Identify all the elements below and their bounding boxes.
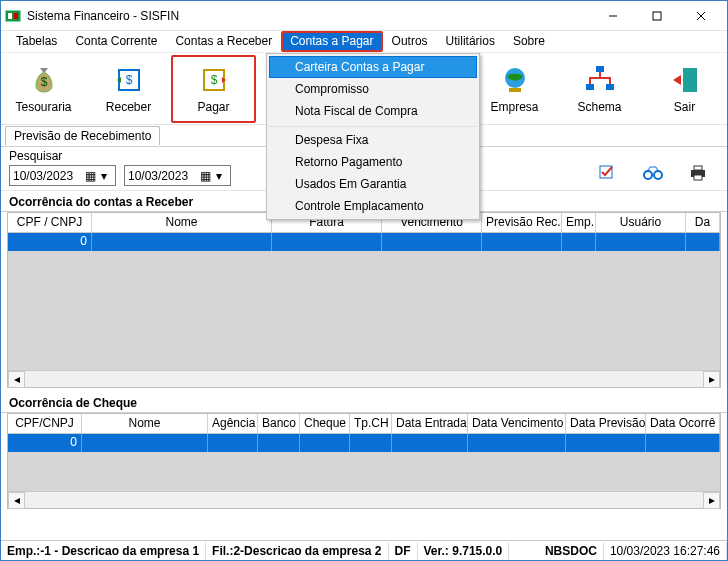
schema-icon xyxy=(584,64,616,96)
dd-carteira-contas-pagar[interactable]: Carteira Contas a Pagar xyxy=(269,56,477,78)
dd-retorno-pagamento[interactable]: Retorno Pagamento xyxy=(269,151,477,173)
menu-contas-pagar[interactable]: Contas a Pagar xyxy=(281,31,382,52)
scroll-right-icon[interactable]: ▸ xyxy=(703,492,720,509)
dd-compromisso[interactable]: Compromisso xyxy=(269,78,477,100)
toolbar-tesouraria[interactable]: $ Tesouraria xyxy=(1,55,86,123)
table-row[interactable]: 0 xyxy=(8,233,720,251)
table-row[interactable]: 0 xyxy=(8,434,720,452)
col-data-ocorre[interactable]: Data Ocorrê xyxy=(646,414,720,433)
menu-contas-receber[interactable]: Contas a Receber xyxy=(166,31,281,52)
menu-conta-corrente[interactable]: Conta Corrente xyxy=(66,31,166,52)
menu-tabelas[interactable]: Tabelas xyxy=(7,31,66,52)
date-to-input[interactable]: 10/03/2023 ▦ ▾ xyxy=(124,165,231,186)
svg-rect-2 xyxy=(14,13,18,19)
svg-point-19 xyxy=(644,171,652,179)
dd-usados-garantia[interactable]: Usados Em Garantia xyxy=(269,173,477,195)
menu-sobre[interactable]: Sobre xyxy=(504,31,554,52)
toolbar-pagar[interactable]: $ Pagar xyxy=(171,55,256,123)
dd-nota-fiscal[interactable]: Nota Fiscal de Compra xyxy=(269,100,477,122)
status-ver: Ver.: 9.715.0.0 xyxy=(418,542,510,560)
svg-rect-4 xyxy=(653,12,661,20)
check-icon[interactable] xyxy=(599,165,617,184)
minimize-button[interactable] xyxy=(591,2,635,30)
col-data-venc[interactable]: Data Vencimento xyxy=(468,414,566,433)
col-agencia[interactable]: Agência xyxy=(208,414,258,433)
scroll-left-icon[interactable]: ◂ xyxy=(8,492,25,509)
toolbar-label: Empresa xyxy=(490,100,538,114)
date-from-value: 10/03/2023 xyxy=(13,169,85,183)
col-data-prev[interactable]: Data Previsão xyxy=(566,414,646,433)
col-cpf[interactable]: CPF/CNPJ xyxy=(8,414,82,433)
col-cpf[interactable]: CPF / CNPJ xyxy=(8,213,92,232)
grid-body[interactable]: 0 xyxy=(8,434,720,491)
status-fil: Fil.:2-Descricao da empresa 2 xyxy=(206,542,388,560)
svg-rect-14 xyxy=(596,66,604,72)
app-window: Sistema Financeiro - SISFIN Tabelas Cont… xyxy=(0,0,728,561)
col-nome[interactable]: Nome xyxy=(82,414,208,433)
grid-receber: CPF / CNPJ Nome Fatura Vencimento Previs… xyxy=(7,212,721,388)
hscrollbar[interactable]: ◂ ▸ xyxy=(8,491,720,508)
date-from-input[interactable]: 10/03/2023 ▦ ▾ xyxy=(9,165,116,186)
svg-rect-22 xyxy=(694,166,702,170)
toolbar-label: Tesouraria xyxy=(15,100,71,114)
window-title: Sistema Financeiro - SISFIN xyxy=(27,9,591,23)
globe-icon xyxy=(499,64,531,96)
menu-outros[interactable]: Outros xyxy=(383,31,437,52)
dd-despesa-fixa[interactable]: Despesa Fixa xyxy=(269,126,477,151)
tab-previsao-recebimento[interactable]: Previsão de Recebimento xyxy=(5,126,160,145)
toolbar-schema[interactable]: Schema xyxy=(557,55,642,123)
col-data-entrada[interactable]: Data Entrada xyxy=(392,414,468,433)
svg-rect-1 xyxy=(8,13,12,19)
status-datetime: 10/03/2023 16:27:46 xyxy=(604,542,727,560)
maximize-button[interactable] xyxy=(635,2,679,30)
binoculars-icon[interactable] xyxy=(643,165,663,184)
svg-point-20 xyxy=(654,171,662,179)
printer-icon[interactable] xyxy=(689,165,707,184)
col-banco[interactable]: Banco xyxy=(258,414,300,433)
hscrollbar[interactable]: ◂ ▸ xyxy=(8,370,720,387)
svg-text:$: $ xyxy=(210,73,217,87)
toolbar-label: Pagar xyxy=(197,100,229,114)
col-emp[interactable]: Emp. xyxy=(562,213,596,232)
grid-header: CPF/CNPJ Nome Agência Banco Cheque Tp.CH… xyxy=(8,414,720,434)
toolbar-receber[interactable]: $ Receber xyxy=(86,55,171,123)
menubar: Tabelas Conta Corrente Contas a Receber … xyxy=(1,31,727,53)
grid-body[interactable]: 0 xyxy=(8,233,720,370)
calendar-icon: ▦ xyxy=(200,169,211,183)
calendar-icon: ▦ xyxy=(85,169,96,183)
svg-rect-15 xyxy=(586,84,594,90)
scroll-right-icon[interactable]: ▸ xyxy=(703,371,720,388)
dropdown-contas-pagar: Carteira Contas a Pagar Compromisso Nota… xyxy=(266,53,480,220)
svg-text:$: $ xyxy=(125,73,132,87)
toolbar-empresa[interactable]: Empresa xyxy=(472,55,557,123)
date-to-value: 10/03/2023 xyxy=(128,169,200,183)
svg-rect-16 xyxy=(606,84,614,90)
col-da[interactable]: Da xyxy=(686,213,720,232)
status-user: NBSDOC xyxy=(539,542,604,560)
cell-cpf: 0 xyxy=(8,434,82,452)
toolbar-sair[interactable]: Sair xyxy=(642,55,727,123)
toolbar-label: Receber xyxy=(106,100,151,114)
money-bag-icon: $ xyxy=(28,64,60,96)
statusbar: Emp.:-1 - Descricao da empresa 1 Fil.:2-… xyxy=(1,540,727,560)
col-nome[interactable]: Nome xyxy=(92,213,272,232)
chevron-down-icon: ▾ xyxy=(96,169,112,183)
col-tpch[interactable]: Tp.CH xyxy=(350,414,392,433)
toolbar-label: Sair xyxy=(674,100,695,114)
svg-rect-13 xyxy=(509,88,521,92)
status-emp: Emp.:-1 - Descricao da empresa 1 xyxy=(1,542,206,560)
col-usuario[interactable]: Usuário xyxy=(596,213,686,232)
exit-icon xyxy=(669,64,701,96)
close-button[interactable] xyxy=(679,2,723,30)
scroll-left-icon[interactable]: ◂ xyxy=(8,371,25,388)
grid-cheque: CPF/CNPJ Nome Agência Banco Cheque Tp.CH… xyxy=(7,413,721,509)
menu-utilitarios[interactable]: Utilitários xyxy=(437,31,504,52)
svg-text:$: $ xyxy=(40,75,47,89)
svg-rect-23 xyxy=(694,175,702,180)
dd-controle-emplacamento[interactable]: Controle Emplacamento xyxy=(269,195,477,217)
svg-rect-17 xyxy=(683,68,697,92)
search-label: Pesquisar xyxy=(9,149,239,163)
col-previsao[interactable]: Previsão Rec. xyxy=(482,213,562,232)
col-cheque[interactable]: Cheque xyxy=(300,414,350,433)
titlebar: Sistema Financeiro - SISFIN xyxy=(1,1,727,31)
